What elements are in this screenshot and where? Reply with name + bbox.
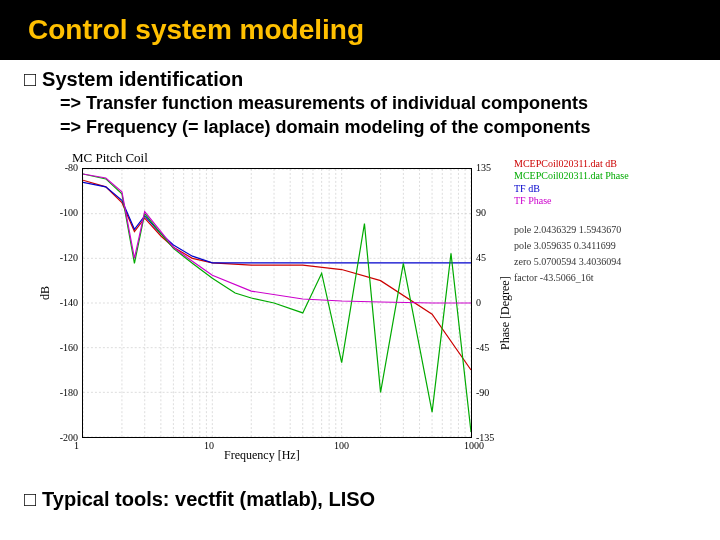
slide-title: Control system modeling (28, 14, 364, 46)
bullet-square-icon: □ (24, 488, 36, 511)
ytick-left: -140 (60, 297, 78, 308)
ytick-left: -80 (65, 162, 78, 173)
bullet-1: □ System identification (24, 68, 696, 91)
fit-param-line: pole 2.0436329 1.5943670 (514, 222, 621, 238)
fit-param-line: factor -43.5066_16t (514, 270, 621, 286)
y-axis-label-right: Phase [Degree] (498, 276, 513, 350)
x-axis-label: Frequency [Hz] (224, 448, 300, 463)
ytick-right: 45 (476, 252, 486, 263)
legend-entry: MCEPCoil020311.dat Phase (514, 170, 629, 183)
fit-params: pole 2.0436329 1.5943670pole 3.059635 0.… (514, 222, 621, 286)
legend-entry: TF dB (514, 183, 629, 196)
plot-area (82, 168, 472, 438)
ytick-right: -45 (476, 342, 489, 353)
ytick-right: -90 (476, 387, 489, 398)
bullet-2-text: Typical tools: vectfit (matlab), LISO (42, 488, 375, 511)
xtick: 1000 (464, 440, 484, 451)
legend-entry: TF Phase (514, 195, 629, 208)
ytick-right: 0 (476, 297, 481, 308)
chart: MC Pitch Coil dB Phase [Degree] Frequenc… (24, 150, 696, 480)
fit-param-line: zero 5.0700594 3.4036094 (514, 254, 621, 270)
ytick-left: -120 (60, 252, 78, 263)
xtick: 100 (334, 440, 349, 451)
bullet-1-text: System identification (42, 68, 243, 91)
chart-svg (83, 169, 471, 437)
y-axis-label-left: dB (38, 286, 53, 300)
ytick-left: -160 (60, 342, 78, 353)
subline-2: => Frequency (= laplace) domain modeling… (24, 115, 696, 139)
legend: MCEPCoil020311.dat dBMCEPCoil020311.dat … (514, 158, 629, 208)
ytick-left: -100 (60, 207, 78, 218)
chart-title: MC Pitch Coil (72, 150, 148, 166)
ytick-left: -180 (60, 387, 78, 398)
xtick: 10 (204, 440, 214, 451)
legend-entry: MCEPCoil020311.dat dB (514, 158, 629, 171)
title-bar: Control system modeling (0, 0, 720, 60)
ytick-right: 90 (476, 207, 486, 218)
bullet-2: □ Typical tools: vectfit (matlab), LISO (24, 488, 696, 511)
fit-param-line: pole 3.059635 0.3411699 (514, 238, 621, 254)
xtick: 1 (74, 440, 79, 451)
slide-content: □ System identification => Transfer func… (0, 60, 720, 511)
series-group (83, 174, 471, 432)
bullet-square-icon: □ (24, 68, 36, 91)
ytick-right: 135 (476, 162, 491, 173)
subline-1: => Transfer function measurements of ind… (24, 91, 696, 115)
